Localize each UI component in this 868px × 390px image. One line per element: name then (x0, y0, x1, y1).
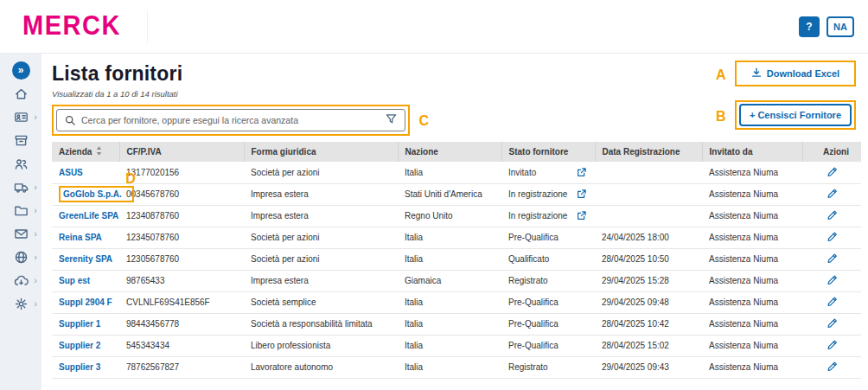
cell-stato-fornitore: Pre-Qualifica (501, 227, 595, 248)
company-link[interactable]: ASUS (59, 168, 83, 177)
search-input[interactable] (81, 115, 374, 125)
cell-data-registrazione: 29/04/2025 09:43 (595, 356, 702, 378)
status-label: Registrato (508, 362, 548, 372)
sidebar-item-chevrons-right[interactable]: » (0, 60, 41, 80)
cell-cf-piva: 12345078760 (119, 227, 244, 248)
cell-data-registrazione (595, 183, 702, 205)
company-annotation-wrap: Supplier 2 (59, 341, 100, 350)
sidebar-item-users[interactable] (0, 153, 41, 174)
chevron-right-icon: › (34, 253, 37, 262)
cell-azienda: Supplier 1 (52, 313, 119, 335)
cell-forma-giuridica: Impresa estera (244, 270, 398, 291)
external-link-icon[interactable] (577, 211, 586, 221)
company-annotation-wrap: Supplier 1 (59, 319, 100, 329)
cell-azienda: Suppl 2904 F (52, 291, 119, 313)
edit-pencil-button[interactable] (827, 188, 838, 199)
cell-invitato-da: Assistenza Niuma (702, 162, 802, 183)
table-row[interactable]: GreenLife SPA 12340878760 Impresa estera… (52, 205, 861, 227)
company-link[interactable]: Supplier 2 (59, 341, 100, 350)
table-row[interactable]: Suppl 2904 F CVLNLF69S41E856F Società se… (52, 291, 861, 313)
sidebar-item-gear[interactable]: › (0, 293, 41, 314)
cell-stato-fornitore: Qualificato (501, 248, 595, 270)
cell-forma-giuridica: Società per azioni (244, 162, 398, 183)
company-link[interactable]: Reina SPA (59, 233, 102, 242)
company-link[interactable]: GreenLife SPA (59, 211, 118, 221)
cell-forma-giuridica: Impresa estera (244, 183, 398, 205)
table-row[interactable]: Supplier 3 78762567827 Lavoratore autono… (52, 356, 861, 378)
table-row[interactable]: ASUS 13177020156 Società per azioni Ital… (52, 162, 861, 183)
company-annotation-wrap: D GoGlob S.p.A. (59, 186, 134, 202)
edit-pencil-button[interactable] (827, 209, 838, 221)
sidebar-item-cloud-download[interactable]: › (0, 270, 41, 291)
cell-stato-fornitore: In registrazione (501, 205, 595, 227)
company-annotation-wrap: Serenity SPA (59, 254, 112, 264)
company-annotation-wrap: GreenLife SPA (59, 211, 118, 221)
status-label: Pre-Qualifica (508, 319, 558, 329)
cell-data-registrazione: 28/04/2025 10:50 (595, 248, 702, 270)
pencil-icon (827, 253, 838, 266)
sidebar-item-mail[interactable]: › (0, 223, 41, 244)
pencil-icon (827, 297, 838, 310)
cell-cf-piva: 13177020156 (119, 162, 244, 183)
cell-data-registrazione: 29/04/2025 09:48 (595, 291, 702, 313)
table-row[interactable]: D GoGlob S.p.A. 00345678760 Impresa este… (52, 183, 861, 205)
header-nazione: Nazione (398, 142, 501, 162)
company-link[interactable]: Serenity SPA (59, 254, 112, 264)
edit-pencil-button[interactable] (827, 361, 838, 372)
table-row[interactable]: Serenity SPA 12305678760 Società per azi… (52, 248, 861, 270)
annotation-box-c: C (52, 105, 410, 136)
sidebar-item-home[interactable] (0, 83, 41, 104)
company-link[interactable]: GoGlob S.p.A. (63, 189, 122, 199)
pencil-icon (827, 167, 838, 180)
status-label: Invitato (508, 168, 536, 177)
pencil-icon (827, 210, 838, 223)
cell-azioni (802, 270, 861, 291)
company-link[interactable]: Sup est (59, 276, 90, 285)
table-row[interactable]: Reina SPA 12345078760 Società per azioni… (52, 227, 861, 248)
cell-cf-piva: 12340878760 (119, 205, 244, 227)
company-link[interactable]: Suppl 2904 F (59, 297, 112, 307)
company-link[interactable]: Supplier 1 (59, 319, 100, 329)
cell-nazione: Stati Uniti d'America (398, 183, 501, 205)
archive-icon (14, 133, 29, 148)
home-icon (14, 86, 29, 101)
company-annotation-wrap: Sup est (59, 276, 90, 285)
cell-azienda: ASUS (52, 162, 119, 183)
cell-stato-fornitore: Registrato (501, 356, 595, 378)
cell-invitato-da: Assistenza Niuma (702, 183, 802, 205)
cell-azioni (802, 205, 861, 227)
sidebar-item-folder[interactable]: › (0, 200, 41, 221)
status-label: Registrato (508, 276, 548, 285)
header-azienda[interactable]: Azienda (52, 142, 119, 162)
cell-cf-piva: CVLNLF69S41E856F (119, 291, 244, 313)
cell-cf-piva: 12305678760 (119, 248, 244, 270)
sidebar-item-archive[interactable] (0, 130, 41, 150)
user-avatar-button[interactable]: NA (827, 16, 854, 37)
edit-pencil-button[interactable] (827, 296, 838, 307)
sidebar-item-id-card[interactable]: › (0, 106, 41, 127)
filter-button[interactable] (380, 113, 397, 127)
external-link-icon[interactable] (577, 189, 586, 199)
help-button[interactable]: ? (799, 16, 820, 37)
sort-icon[interactable] (96, 146, 102, 157)
edit-pencil-button[interactable] (827, 274, 838, 285)
table-row[interactable]: Supplier 1 98443456778 Società a respons… (52, 313, 861, 335)
annotation-label-a: A (716, 67, 726, 83)
edit-pencil-button[interactable] (827, 253, 838, 264)
edit-pencil-button[interactable] (827, 231, 838, 242)
company-link[interactable]: Supplier 3 (59, 362, 100, 372)
cell-azienda: Supplier 2 (52, 335, 119, 356)
edit-pencil-button[interactable] (827, 166, 838, 177)
table-row[interactable]: Supplier 2 545343434 Libero professionis… (52, 335, 861, 356)
download-excel-button[interactable]: Download Excel (739, 64, 852, 83)
topbar-divider (147, 10, 148, 43)
sidebar-item-truck[interactable]: › (0, 176, 41, 197)
edit-pencil-button[interactable] (827, 339, 838, 350)
external-link-icon[interactable] (577, 168, 586, 177)
sidebar-item-globe[interactable]: › (0, 246, 41, 267)
header-invitato-da: Invitato da (702, 142, 802, 162)
edit-pencil-button[interactable] (827, 317, 838, 329)
cell-nazione: Italia (398, 356, 501, 378)
censisci-fornitore-button[interactable]: + Censisci Fornitore (739, 104, 852, 126)
table-row[interactable]: Sup est 98765433 Impresa estera Giamaica… (52, 270, 861, 291)
